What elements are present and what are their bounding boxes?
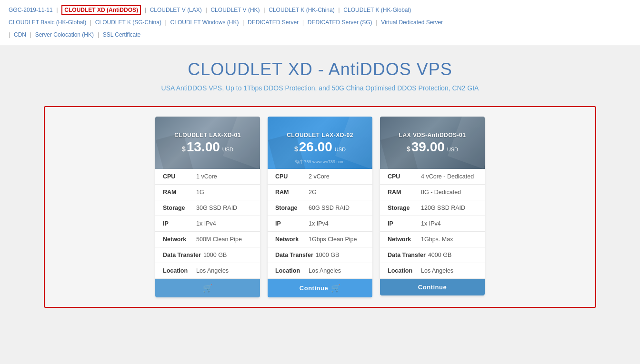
nav-link-cloudlet-windows[interactable]: CLOUDLET Windows (HK): [170, 19, 239, 26]
plan-price-dollar-3: $: [407, 145, 410, 153]
spec-label-location-3: Location: [388, 267, 419, 274]
spec-row: Network 1Gbps Clean Pipe: [268, 232, 372, 247]
nav-link-cloudlet-k-hk-china[interactable]: CLOUDLET K (HK-China): [269, 7, 334, 13]
spec-label-network-1: Network: [163, 236, 194, 243]
plan-name-1: CLOUDLET LAX-XD-01: [174, 132, 241, 138]
nav-link-cloudlet-k-sg[interactable]: CLOUDLET K (SG-China): [95, 19, 161, 26]
spec-value-network-3: 1Gbps. Max: [421, 236, 453, 243]
spec-label-location-2: Location: [275, 267, 306, 274]
spec-row: Data Transfer 1000 GB: [268, 247, 372, 263]
plans-container: CLOUDLET LAX-XD-01 $ 13.00 USD CPU 1 vCo…: [44, 106, 596, 308]
spec-row: IP 1x IPv4: [268, 216, 372, 232]
continue-button-2[interactable]: Continue: [300, 285, 328, 292]
continue-button-3[interactable]: Continue: [418, 284, 447, 291]
nav-separator: |: [145, 6, 146, 13]
nav-link-cloudlet-v-hk[interactable]: CLOUDLET V (HK): [210, 7, 260, 13]
plan-price-amount-1: 13.00: [187, 140, 220, 154]
spec-row: IP 1x IPv4: [155, 216, 260, 232]
plan-price-dollar-2: $: [294, 145, 298, 153]
spec-label-transfer-1: Data Transfer: [163, 252, 201, 258]
spec-row: Storage 60G SSD RAID: [268, 200, 372, 216]
spec-row: Location Los Angeles: [268, 263, 372, 279]
spec-row: RAM 8G - Dedicated: [380, 185, 485, 200]
spec-row: CPU 1 vCore: [155, 169, 260, 185]
plan-price-currency-1: USD: [222, 147, 233, 152]
nav-separator: |: [165, 19, 167, 26]
nav-link-cloudlet-v-lax[interactable]: CLOUDLET V (LAX): [150, 7, 202, 13]
spec-value-ram-3: 8G - Dedicated: [421, 189, 461, 196]
plan-price-dollar-1: $: [182, 145, 186, 153]
spec-row: Storage 30G SSD RAID: [155, 200, 260, 216]
spec-label-cpu-2: CPU: [275, 173, 306, 180]
spec-row: Storage 120G SSD RAID: [380, 200, 485, 216]
spec-row: CPU 4 vCore - Dedicated: [380, 169, 485, 185]
nav-separator: |: [242, 19, 244, 26]
spec-value-ip-1: 1x IPv4: [196, 220, 216, 227]
nav-link-cdn[interactable]: CDN: [14, 31, 26, 38]
spec-row: IP 1x IPv4: [380, 216, 485, 232]
spec-value-location-2: Los Angeles: [309, 267, 341, 274]
spec-row: Data Transfer 1000 GB: [155, 247, 260, 263]
plan-footer-2[interactable]: Continue 🛒: [268, 279, 372, 297]
nav-link-vds[interactable]: Virtual Dedicated Server: [381, 19, 443, 26]
nav-separator: |: [338, 6, 340, 13]
spec-row: RAM 2G: [268, 185, 372, 200]
spec-row: Location Los Angeles: [380, 263, 485, 279]
spec-value-network-2: 1Gbps Clean Pipe: [309, 236, 357, 243]
cart-icon: 🛒: [203, 284, 212, 293]
plan-card-1: CLOUDLET LAX-XD-01 $ 13.00 USD CPU 1 vCo…: [155, 117, 260, 297]
plan-card-3: LAX VDS-AntiDDOS-01 $ 39.00 USD CPU 4 vC…: [380, 117, 485, 295]
spec-label-network-2: Network: [275, 236, 306, 243]
page-title: CLOUDLET XD - AntiDDOS VPS: [44, 59, 596, 79]
plan-footer-1[interactable]: 🛒: [155, 279, 260, 297]
spec-label-ip-3: IP: [388, 220, 419, 227]
spec-value-ip-2: 1x IPv4: [309, 220, 329, 227]
plan-footer-3[interactable]: Continue: [380, 279, 485, 295]
spec-label-storage-1: Storage: [163, 205, 194, 211]
plan-price-row-2: $ 26.00 USD: [294, 140, 346, 154]
plan-specs-3: CPU 4 vCore - Dedicated RAM 8G - Dedicat…: [380, 169, 485, 279]
nav-separator: |: [302, 19, 304, 26]
plan-name-2: CLOUDLET LAX-XD-02: [287, 132, 353, 138]
spec-value-location-3: Los Angeles: [421, 267, 453, 274]
spec-value-ip-3: 1x IPv4: [421, 220, 441, 227]
nav-link-cloudlet-k-hk-global[interactable]: CLOUDLET K (HK-Global): [343, 7, 411, 13]
spec-value-storage-3: 120G SSD RAID: [421, 205, 465, 211]
spec-label-network-3: Network: [388, 236, 419, 243]
plan-header-2: CLOUDLET LAX-XD-02 $ 26.00 USD 蜗牛789 www…: [268, 117, 372, 169]
plan-price-currency-2: USD: [335, 147, 346, 152]
nav-link-cloudlet-basic[interactable]: CLOUDLET Basic (HK-Global): [9, 19, 86, 26]
nav-link-cloudlet-xd[interactable]: CLOUDLET XD (AntiDDOS): [61, 5, 141, 15]
nav-link-ggc[interactable]: GGC-2019-11-11: [9, 7, 53, 13]
nav-link-ssl[interactable]: SSL Certificate: [103, 31, 141, 38]
plan-price-amount-3: 39.00: [411, 140, 445, 154]
spec-value-cpu-2: 2 vCore: [309, 173, 330, 180]
nav-separator: |: [205, 6, 207, 13]
nav-separator: |: [56, 6, 58, 13]
plan-name-3: LAX VDS-AntiDDOS-01: [399, 132, 466, 138]
plan-specs-2: CPU 2 vCore RAM 2G Storage 60G SSD RAID …: [268, 169, 372, 279]
spec-label-ram-3: RAM: [388, 189, 419, 196]
spec-value-cpu-3: 4 vCore - Dedicated: [421, 173, 474, 180]
spec-label-ram-2: RAM: [275, 189, 306, 196]
spec-value-transfer-3: 4000 GB: [428, 252, 451, 258]
nav-link-colocation[interactable]: Server Colocation (HK): [35, 31, 94, 38]
page-content: CLOUDLET XD - AntiDDOS VPS USA AntiDDOS …: [34, 45, 606, 322]
nav-link-dedicated-sg[interactable]: DEDICATED Server (SG): [308, 19, 372, 26]
nav-separator: |: [90, 19, 91, 26]
spec-value-transfer-2: 1000 GB: [316, 252, 339, 258]
spec-label-storage-3: Storage: [388, 205, 419, 211]
spec-label-location-1: Location: [163, 267, 194, 274]
plan-card-2: CLOUDLET LAX-XD-02 $ 26.00 USD 蜗牛789 www…: [268, 117, 372, 297]
plan-header-1: CLOUDLET LAX-XD-01 $ 13.00 USD: [155, 117, 260, 169]
cart-icon-2: 🛒: [331, 284, 340, 293]
plan-price-row-3: $ 39.00 USD: [407, 140, 458, 154]
spec-label-ip-1: IP: [163, 220, 194, 227]
spec-value-ram-1: 1G: [196, 189, 204, 196]
nav-link-dedicated[interactable]: DEDICATED Server: [248, 19, 299, 26]
plan-price-currency-3: USD: [447, 147, 458, 152]
spec-value-transfer-1: 1000 GB: [203, 252, 227, 258]
plan-price-amount-2: 26.00: [299, 140, 332, 154]
spec-label-storage-2: Storage: [275, 205, 306, 211]
nav-separator: |: [30, 31, 31, 38]
